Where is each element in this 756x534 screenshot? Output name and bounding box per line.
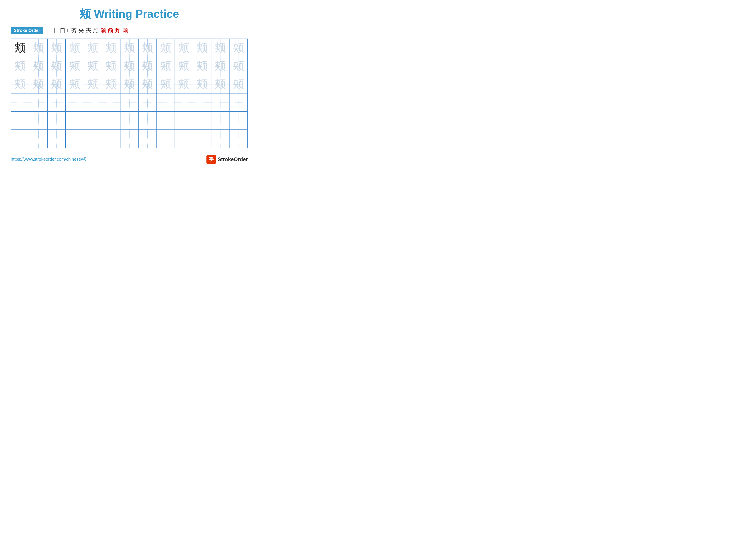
grid-cell-6-13[interactable] [229, 130, 247, 148]
grid-cell-3-1: 颊 [11, 75, 29, 93]
grid-cell-5-12[interactable] [211, 112, 229, 130]
grid-cell-3-12: 颊 [211, 75, 229, 93]
grid-cell-4-2[interactable] [29, 93, 47, 111]
grid-cell-4-6[interactable] [102, 93, 120, 111]
grid-cell-1-5: 颊 [84, 39, 102, 57]
grid-cell-2-5: 颊 [84, 57, 102, 75]
grid-cell-6-2[interactable] [29, 130, 47, 148]
grid-cell-2-12: 颊 [211, 57, 229, 75]
grid-cell-3-2: 颊 [29, 75, 47, 93]
grid-cell-6-9[interactable] [157, 130, 175, 148]
stroke-order-badge: Stroke Order [11, 27, 43, 34]
grid-cell-2-11: 颊 [193, 57, 211, 75]
grid-cell-2-10: 颊 [175, 57, 193, 75]
grid-cell-6-3[interactable] [47, 130, 66, 148]
grid-cell-5-11[interactable] [193, 112, 211, 130]
stroke-step-3: 口 [60, 27, 66, 34]
grid-cell-3-8: 颊 [138, 75, 156, 93]
grid-row-2: 颊 颊 颊 颊 颊 颊 颊 颊 颊 颊 颊 颊 颊 [11, 57, 248, 75]
grid-cell-6-10[interactable] [175, 130, 193, 148]
grid-cell-4-4[interactable] [66, 93, 84, 111]
grid-cell-3-6: 颊 [102, 75, 120, 93]
stroke-step-4: 𠃊 [67, 27, 69, 34]
footer: https://www.strokeorder.com/chinese/颊 字 … [11, 155, 248, 164]
stroke-step-8: 颀 [93, 27, 99, 34]
grid-cell-3-10: 颊 [175, 75, 193, 93]
page-title: 颊 Writing Practice [11, 7, 248, 21]
grid-cell-2-13: 颊 [229, 57, 247, 75]
stroke-step-11: 颊 [115, 27, 121, 34]
grid-cell-4-13[interactable] [229, 93, 247, 111]
grid-cell-2-6: 颊 [102, 57, 120, 75]
stroke-step-6: 夹 [78, 27, 84, 34]
grid-row-4[interactable] [11, 93, 248, 111]
grid-cell-6-11[interactable] [193, 130, 211, 148]
grid-cell-5-13[interactable] [229, 112, 247, 130]
stroke-step-1: 一 [45, 27, 51, 34]
grid-cell-6-12[interactable] [211, 130, 229, 148]
grid-cell-5-9[interactable] [157, 112, 175, 130]
grid-cell-3-13: 颊 [229, 75, 247, 93]
stroke-order-row: Stroke Order 一⺊口𠃊夯夹夾颀颁颅颊颊 [11, 27, 248, 34]
grid-cell-5-5[interactable] [84, 112, 102, 130]
grid-cell-4-11[interactable] [193, 93, 211, 111]
grid-cell-5-1[interactable] [11, 112, 29, 130]
grid-cell-2-8: 颊 [138, 57, 156, 75]
grid-cell-2-4: 颊 [66, 57, 84, 75]
grid-cell-3-5: 颊 [84, 75, 102, 93]
grid-row-1: 颊 颊 颊 颊 颊 颊 颊 颊 颊 颊 颊 颊 颊 [11, 39, 248, 57]
grid-cell-1-13: 颊 [229, 39, 247, 57]
grid-cell-6-6[interactable] [102, 130, 120, 148]
grid-cell-5-6[interactable] [102, 112, 120, 130]
grid-cell-3-7: 颊 [120, 75, 138, 93]
grid-cell-5-4[interactable] [66, 112, 84, 130]
grid-cell-5-8[interactable] [138, 112, 156, 130]
grid-cell-5-10[interactable] [175, 112, 193, 130]
logo-icon: 字 [206, 155, 216, 164]
grid-cell-4-12[interactable] [211, 93, 229, 111]
logo-label: StrokeOrder [218, 156, 248, 163]
grid-cell-5-2[interactable] [29, 112, 47, 130]
grid-row-6[interactable] [11, 130, 248, 148]
grid-cell-1-9: 颊 [157, 39, 175, 57]
stroke-step-9: 颁 [100, 27, 106, 34]
stroke-step-10: 颅 [108, 27, 113, 34]
grid-row-5[interactable] [11, 112, 248, 130]
grid-cell-1-11: 颊 [193, 39, 211, 57]
grid-cell-4-3[interactable] [47, 93, 66, 111]
grid-cell-1-6: 颊 [102, 39, 120, 57]
stroke-step-5: 夯 [71, 27, 77, 34]
grid-cell-2-7: 颊 [120, 57, 138, 75]
practice-grid: 颊 颊 颊 颊 颊 颊 颊 颊 颊 颊 颊 颊 颊 颊 颊 颊 颊 颊 颊 颊 … [11, 38, 248, 148]
grid-cell-4-10[interactable] [175, 93, 193, 111]
grid-cell-4-5[interactable] [84, 93, 102, 111]
grid-cell-2-9: 颊 [157, 57, 175, 75]
grid-cell-1-1: 颊 [11, 39, 29, 57]
stroke-step-12: 颊 [122, 27, 128, 34]
stroke-sequence: 一⺊口𠃊夯夹夾颀颁颅颊颊 [45, 27, 128, 34]
grid-cell-6-1[interactable] [11, 130, 29, 148]
grid-cell-1-4: 颊 [66, 39, 84, 57]
grid-row-3: 颊 颊 颊 颊 颊 颊 颊 颊 颊 颊 颊 颊 颊 [11, 75, 248, 93]
grid-cell-4-1[interactable] [11, 93, 29, 111]
grid-cell-3-3: 颊 [47, 75, 66, 93]
grid-cell-2-3: 颊 [47, 57, 66, 75]
grid-cell-1-2: 颊 [29, 39, 47, 57]
grid-cell-3-4: 颊 [66, 75, 84, 93]
stroke-step-2: ⺊ [53, 27, 58, 34]
grid-cell-1-3: 颊 [47, 39, 66, 57]
grid-cell-6-5[interactable] [84, 130, 102, 148]
grid-cell-6-4[interactable] [66, 130, 84, 148]
grid-cell-6-8[interactable] [138, 130, 156, 148]
grid-cell-5-7[interactable] [120, 112, 138, 130]
grid-cell-4-9[interactable] [157, 93, 175, 111]
grid-cell-6-7[interactable] [120, 130, 138, 148]
grid-cell-4-8[interactable] [138, 93, 156, 111]
grid-cell-2-2: 颊 [29, 57, 47, 75]
footer-url[interactable]: https://www.strokeorder.com/chinese/颊 [11, 156, 86, 162]
footer-logo: 字 StrokeOrder [206, 155, 248, 164]
grid-cell-4-7[interactable] [120, 93, 138, 111]
grid-cell-2-1: 颊 [11, 57, 29, 75]
grid-cell-1-10: 颊 [175, 39, 193, 57]
grid-cell-5-3[interactable] [47, 112, 66, 130]
